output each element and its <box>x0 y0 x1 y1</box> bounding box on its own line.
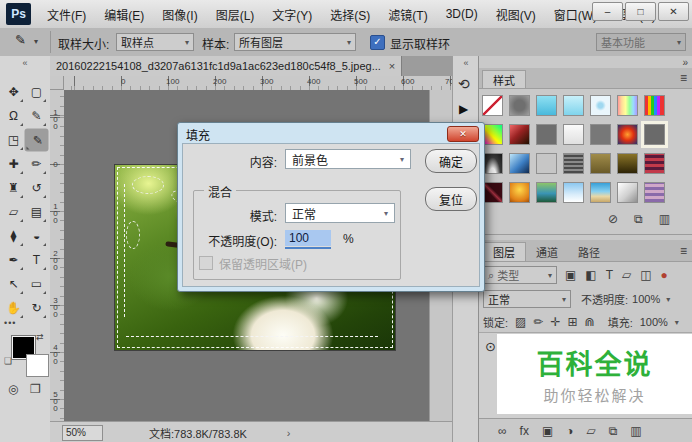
tab-channels[interactable]: 通道 <box>526 243 568 261</box>
maximize-button[interactable]: □ <box>625 2 656 21</box>
default-colors-icon[interactable]: ❏ <box>4 356 12 366</box>
tool-preset-arrow-icon[interactable]: ▾ <box>34 37 38 46</box>
style-swatch[interactable] <box>482 153 503 174</box>
sample-size-select[interactable]: 取样点 ▾ <box>116 33 194 51</box>
style-swatch[interactable] <box>590 182 611 203</box>
tab-styles[interactable]: 样式 <box>482 70 526 88</box>
background-color-swatch[interactable] <box>26 354 49 377</box>
style-swatch[interactable] <box>563 182 584 203</box>
screen-mode-icon[interactable]: ❐ <box>30 382 41 396</box>
marquee-tool[interactable]: ▢ <box>25 80 48 104</box>
sample-select[interactable]: 所有图层 ▾ <box>234 33 356 51</box>
menu-type[interactable]: 文字(Y) <box>263 6 321 23</box>
crop-tool[interactable]: ◳ <box>2 128 25 152</box>
menu-layer[interactable]: 图层(L) <box>207 6 264 23</box>
move-tool[interactable]: ✥ <box>2 80 25 104</box>
history-panel-icon[interactable]: ⟲ <box>458 76 470 92</box>
tab-layers[interactable]: 图层 <box>482 242 526 261</box>
style-swatch[interactable] <box>482 124 503 145</box>
delete-style-icon[interactable]: ▥ <box>659 212 670 226</box>
close-button[interactable]: ✕ <box>658 2 689 21</box>
menu-view[interactable]: 视图(V) <box>487 6 545 23</box>
filter-smart-icon[interactable]: ◫ <box>640 268 651 282</box>
menu-edit[interactable]: 编辑(E) <box>95 6 153 23</box>
menu-image[interactable]: 图像(I) <box>153 6 206 23</box>
eyedropper-tool[interactable]: ✐ <box>25 129 49 152</box>
quick-mask-icon[interactable]: ◎ <box>8 382 18 396</box>
shape-tool[interactable]: ▭ <box>25 272 48 296</box>
menu-3d[interactable]: 3D(D) <box>437 7 487 21</box>
zoom-level-field[interactable]: 50% <box>62 425 103 441</box>
chevron-down-icon[interactable]: ▾ <box>675 318 679 327</box>
tab-paths[interactable]: 路径 <box>568 243 610 261</box>
contents-select[interactable]: 前景色 ▾ <box>285 149 411 169</box>
clone-stamp-tool[interactable]: ♜ <box>2 176 25 200</box>
style-swatch[interactable] <box>644 182 665 203</box>
delete-layer-icon[interactable]: ▥ <box>630 424 641 438</box>
style-swatch[interactable] <box>644 124 665 145</box>
style-swatch[interactable] <box>509 153 530 174</box>
style-swatch[interactable] <box>509 95 530 116</box>
opacity-input[interactable]: 100 <box>285 230 331 246</box>
dodge-tool[interactable]: ◒ <box>25 224 48 248</box>
blend-mode-select[interactable]: 正常 ▾ <box>483 290 571 308</box>
lock-transparent-icon[interactable]: ▨ <box>515 315 526 329</box>
style-swatch[interactable] <box>617 182 638 203</box>
history-brush-tool[interactable]: ↺ <box>25 176 48 200</box>
style-swatch[interactable] <box>536 153 557 174</box>
path-selection-tool[interactable]: ↖ <box>2 272 25 296</box>
style-swatch[interactable] <box>536 182 557 203</box>
show-sampling-ring-checkbox[interactable]: ✓ <box>370 35 385 50</box>
lock-paint-icon[interactable]: ✏ <box>533 315 543 329</box>
style-swatch[interactable] <box>590 124 611 145</box>
style-swatch[interactable] <box>509 124 530 145</box>
layer-filter-select[interactable]: ⌕ 类型 ▾ <box>483 266 557 284</box>
close-tab-icon[interactable]: × <box>389 60 395 72</box>
lock-move-icon[interactable]: ✛ <box>550 315 560 329</box>
rotate-view-tool[interactable]: ↻ <box>25 296 48 320</box>
style-swatch[interactable] <box>482 182 503 203</box>
menu-filter[interactable]: 滤镜(T) <box>379 6 436 23</box>
edit-toolbar-icon[interactable]: ••• <box>4 318 16 328</box>
layer-visibility-eye-icon[interactable]: ⊙ <box>485 339 496 354</box>
style-swatch[interactable] <box>563 124 584 145</box>
style-swatch[interactable] <box>644 153 665 174</box>
hand-tool[interactable]: ✋ <box>2 296 25 320</box>
menu-file[interactable]: 文件(F) <box>38 6 95 23</box>
filter-type-icon[interactable]: T <box>606 268 613 282</box>
lasso-tool[interactable]: Ω <box>2 104 25 128</box>
lock-artboard-icon[interactable]: ⊞ <box>568 315 578 329</box>
collapse-dock-icon[interactable]: « <box>453 58 479 68</box>
menu-select[interactable]: 选择(S) <box>321 6 379 23</box>
workspace-select[interactable]: 基本功能 ▾ <box>596 33 686 51</box>
type-tool[interactable]: T <box>25 248 48 272</box>
document-tab[interactable]: 20160222154108_d3207a6131fc1d9a1ac623ed1… <box>50 56 402 76</box>
new-group-icon[interactable]: ▱ <box>587 424 596 438</box>
style-swatch[interactable] <box>590 95 611 116</box>
ok-button[interactable]: 确定 <box>425 149 477 173</box>
pen-tool[interactable]: ✒ <box>2 248 25 272</box>
layer-style-icon[interactable]: fx <box>520 424 529 438</box>
quick-selection-tool[interactable]: ✎ <box>25 104 48 128</box>
status-arrow-icon[interactable]: › <box>287 427 291 439</box>
style-swatch[interactable] <box>644 95 665 116</box>
panel-menu-icon[interactable]: ≡ <box>680 244 687 258</box>
add-mask-icon[interactable]: ▣ <box>542 424 553 438</box>
filter-toggle-icon[interactable]: ● <box>661 268 668 282</box>
brush-tool[interactable]: ✏ <box>25 152 48 176</box>
healing-brush-tool[interactable]: ✚ <box>2 152 25 176</box>
filter-adjustment-icon[interactable]: ◧ <box>585 268 596 282</box>
style-swatch[interactable] <box>482 95 503 116</box>
style-swatch[interactable] <box>536 124 557 145</box>
swap-colors-icon[interactable]: ⇄ <box>36 332 44 342</box>
eraser-tool[interactable]: ▱ <box>2 200 25 224</box>
panel-menu-icon[interactable]: ≡ <box>680 71 687 85</box>
style-swatch[interactable] <box>536 95 557 116</box>
new-layer-icon[interactable]: ⧉ <box>609 424 618 438</box>
style-swatch[interactable] <box>617 95 638 116</box>
filter-pixel-icon[interactable]: ▣ <box>565 268 576 282</box>
style-swatch[interactable] <box>563 153 584 174</box>
new-style-icon[interactable]: ⧉ <box>634 212 643 226</box>
collapse-tools-icon[interactable]: « <box>0 58 50 68</box>
fill-value[interactable]: 100% <box>640 316 668 328</box>
